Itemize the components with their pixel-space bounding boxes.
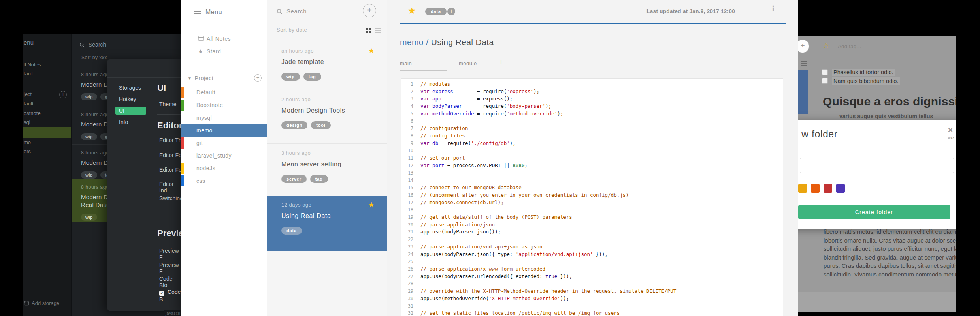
- star-icon[interactable]: ★: [368, 200, 375, 209]
- token-v: app: [432, 96, 441, 102]
- color-swatch[interactable]: [824, 184, 832, 193]
- checkbox-icon[interactable]: [822, 78, 828, 84]
- dark-menu-label[interactable]: enu: [24, 39, 34, 46]
- token-p: app.use(bodyParser.urlencoded({ extended…: [420, 273, 545, 279]
- grid-view-icon[interactable]: [366, 28, 372, 34]
- code-text: var app = express();: [416, 95, 513, 103]
- add-tag-button[interactable]: +: [447, 8, 455, 15]
- sidebar-folder-git[interactable]: git: [181, 137, 267, 149]
- dark-folder-item[interactable]: sql: [23, 118, 71, 127]
- star-icon: ★: [198, 48, 207, 55]
- token-k: var: [420, 162, 432, 168]
- tag-pill: wip: [81, 93, 97, 100]
- settings-codeblock-checkbox[interactable]: ✓Code B: [159, 288, 182, 303]
- dark-add-folder-icon[interactable]: +: [59, 91, 67, 98]
- sidebar-folder-mysql[interactable]: mysql: [181, 111, 267, 124]
- markdown-heading: Quisque a eros dignissim: [823, 95, 956, 108]
- new-note-button[interactable]: +: [798, 40, 809, 53]
- create-folder-button[interactable]: Create folder: [798, 205, 950, 219]
- dark-folder-item[interactable]: ers: [23, 147, 71, 156]
- folder-color-strip: [181, 87, 184, 98]
- boostnote-composite: enu ll Notestard ject + faultostnotesqlm…: [0, 0, 980, 316]
- sidebar-folder-Default[interactable]: Default: [181, 86, 267, 99]
- token-v: port: [432, 162, 444, 168]
- code-text: var express = require('express');: [416, 88, 539, 96]
- code-text: [416, 177, 420, 184]
- settings-nav-item-storages[interactable]: Storages: [115, 84, 146, 92]
- sidebar-folder-css[interactable]: css: [181, 175, 267, 187]
- new-folder-dialog: w folder × esc Create folder: [798, 120, 956, 229]
- new-note-button[interactable]: +: [363, 4, 376, 17]
- list-view-icon[interactable]: [375, 28, 381, 34]
- star-icon[interactable]: ★: [368, 46, 375, 55]
- color-swatch[interactable]: [798, 184, 807, 193]
- folder-name-input[interactable]: [800, 158, 954, 173]
- checkbox-icon[interactable]: ✓: [159, 291, 164, 296]
- token-k: var: [420, 88, 432, 94]
- code-line: 21app.use(bodyParser.json());: [401, 228, 783, 236]
- tag-pill: wip: [81, 171, 97, 179]
- checklist-row[interactable]: Nam quis bibendum odio.: [822, 77, 900, 85]
- settings-nav-item-ui[interactable]: UI: [115, 107, 146, 115]
- dark-folder-item[interactable]: fault: [23, 99, 71, 109]
- token-c: // set the static files location /public…: [420, 310, 620, 316]
- sidebar-folder-memo[interactable]: memo: [181, 124, 267, 137]
- star-toggle-icon[interactable]: ★: [408, 6, 416, 16]
- sort-selector[interactable]: Sort by date: [277, 27, 307, 33]
- note-tags: data: [425, 8, 450, 15]
- sidebar-item-all-notes[interactable]: All Notes: [198, 36, 231, 42]
- code-line: 20// parse application/json: [401, 221, 783, 229]
- dark-folder-item[interactable]: mo: [23, 138, 71, 147]
- sidebar-folder-nodeJs[interactable]: nodeJs: [181, 162, 267, 175]
- tab-module[interactable]: module: [459, 60, 477, 66]
- search-input[interactable]: Search: [277, 8, 307, 15]
- list-view-icon[interactable]: [801, 61, 807, 67]
- note-list-item[interactable]: an hours ago★Jade templatewiptag: [267, 41, 387, 90]
- token-p: );: [533, 88, 539, 94]
- code-editor[interactable]: 1// modules ============================…: [401, 78, 783, 316]
- sidebar-folder-laravel_study[interactable]: laravel_study: [181, 149, 267, 162]
- line-number: 8: [401, 132, 416, 140]
- add-tab-button[interactable]: +: [499, 58, 503, 66]
- menu-button[interactable]: Menu: [194, 8, 222, 16]
- note-list-item[interactable]: 12 days ago★Using Real Datadata: [267, 196, 387, 251]
- sidebar-item-starred[interactable]: ★Stard: [198, 48, 221, 55]
- dark-folder-item[interactable]: [23, 127, 71, 138]
- kebab-menu-icon[interactable]: ⋮: [770, 7, 774, 10]
- dark-add-storage-button[interactable]: Add storage: [24, 300, 59, 306]
- token-p: ;: [524, 162, 528, 168]
- star-outline-icon[interactable]: ☆: [823, 41, 829, 50]
- settings-nav-item-info[interactable]: Info: [115, 118, 146, 126]
- line-number: 2: [401, 88, 416, 96]
- checkbox-icon[interactable]: [822, 69, 828, 75]
- settings-nav-item-hotkey[interactable]: Hotkey: [115, 95, 146, 103]
- sidebar-folder-Boostnote[interactable]: Boostnote: [181, 99, 267, 111]
- dark-sidebar-item[interactable]: ll Notes: [24, 60, 41, 69]
- tag-pill[interactable]: data: [425, 8, 447, 15]
- checklist-row[interactable]: Phasellus id tortor odio.: [822, 69, 895, 77]
- token-v: methodOverride: [432, 111, 474, 117]
- dark-project-header[interactable]: ject: [24, 91, 32, 97]
- dark-sidebar-item[interactable]: tard: [24, 70, 32, 78]
- note-list-item[interactable]: 2 hours agoModern Design Toolsdesigntool: [267, 90, 387, 143]
- line-number: 1: [401, 81, 416, 88]
- add-tag-input[interactable]: Add tag...: [838, 43, 861, 49]
- line-number: 26: [401, 265, 416, 273]
- settings-row: Editor Fo: [159, 167, 182, 173]
- color-swatch[interactable]: [811, 184, 820, 193]
- paragraph-line: lobortis ornare nulla. Cras vitae augue …: [824, 236, 956, 245]
- project-section-header[interactable]: ▼Project: [188, 75, 213, 81]
- dark-sort-selector[interactable]: Sort by xxx: [81, 55, 107, 60]
- folder-color-strip: [181, 163, 184, 174]
- dark-search-input[interactable]: Search: [79, 41, 106, 48]
- tab-main[interactable]: main: [400, 60, 412, 66]
- close-icon[interactable]: ×: [948, 124, 953, 135]
- note-list-item[interactable]: 3 hours agoMean server settingservertag: [267, 143, 387, 196]
- add-folder-button[interactable]: +: [254, 74, 262, 82]
- breadcrumb[interactable]: memo /: [400, 38, 431, 47]
- settings-panel: StoragesHotkeyUIInfo UI Theme Editor Edi…: [107, 59, 182, 311]
- paragraph-line: sollicitudin aliquet, justo purus effici…: [824, 245, 956, 253]
- dark-folder-item[interactable]: ostnote: [23, 109, 71, 118]
- code-line: 23// parse application/vnd.api+json as j…: [401, 243, 783, 251]
- color-swatch[interactable]: [836, 184, 845, 193]
